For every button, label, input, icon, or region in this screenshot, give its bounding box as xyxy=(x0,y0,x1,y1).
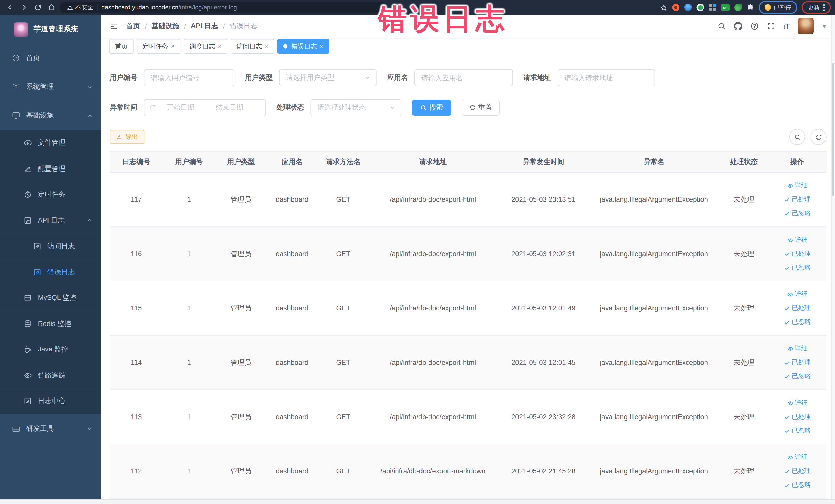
tab-访问日志[interactable]: 访问日志× xyxy=(230,39,274,54)
sidebar-item-api-log[interactable]: API 日志 xyxy=(0,207,101,234)
user-avatar[interactable] xyxy=(798,18,814,34)
breadcrumb-item[interactable]: 基础设施 xyxy=(151,22,179,31)
sidebar-item-java[interactable]: Java 监控 xyxy=(0,337,101,363)
user-id-input[interactable] xyxy=(144,69,235,86)
extension-icon[interactable] xyxy=(734,4,742,11)
detail-link[interactable]: 详细 xyxy=(787,452,808,462)
sidebar-item-mysql[interactable]: MySQL 监控 xyxy=(0,285,101,311)
cell-id: 114 xyxy=(109,358,163,366)
export-button[interactable]: 导出 xyxy=(109,130,144,144)
extensions-puzzle-icon[interactable] xyxy=(747,4,754,11)
ignored-link[interactable]: 已忽略 xyxy=(784,480,811,489)
refresh-button[interactable] xyxy=(811,129,827,145)
help-icon[interactable] xyxy=(751,22,759,31)
detail-link[interactable]: 详细 xyxy=(787,344,808,353)
cell-exception: java.lang.IllegalArgumentException xyxy=(590,467,718,475)
sidebar-item-config[interactable]: 配置管理 xyxy=(0,156,101,182)
bookmark-star-icon[interactable] xyxy=(660,4,667,11)
ignored-link[interactable]: 已忽略 xyxy=(784,426,811,435)
detail-link[interactable]: 详细 xyxy=(787,236,808,244)
close-icon[interactable]: × xyxy=(171,43,175,50)
extension-icon[interactable] xyxy=(684,4,692,11)
request-url-input[interactable] xyxy=(557,69,655,86)
tab-错误日志[interactable]: 错误日志× xyxy=(278,39,329,54)
tab-调度日志[interactable]: 调度日志× xyxy=(184,39,227,54)
horizontal-scrollbar[interactable] xyxy=(0,499,835,504)
update-button[interactable]: 更新 xyxy=(802,1,831,14)
close-icon[interactable]: × xyxy=(320,43,323,50)
extension-icon[interactable] xyxy=(672,4,679,11)
extension-icon[interactable] xyxy=(709,4,716,11)
close-icon[interactable]: × xyxy=(218,43,222,50)
search-button[interactable]: 搜索 xyxy=(412,100,451,116)
sidebar-item-redis[interactable]: Redis 监控 xyxy=(0,311,101,337)
cell-status: 未处理 xyxy=(718,412,770,422)
ignored-link[interactable]: 已忽略 xyxy=(784,263,811,272)
processed-link[interactable]: 已处理 xyxy=(784,358,811,367)
sidebar-item-log-center[interactable]: 日志中心 xyxy=(0,388,101,414)
processed-link[interactable]: 已处理 xyxy=(784,249,811,258)
detail-link[interactable]: 详细 xyxy=(787,399,808,407)
chevron-down-icon xyxy=(364,75,371,81)
sidebar-item-infra[interactable]: 基础设施 xyxy=(0,101,101,130)
doc-icon xyxy=(23,397,32,405)
home-button[interactable] xyxy=(48,4,56,11)
sidebar-item-home[interactable]: 首页 xyxy=(0,44,101,73)
processed-link[interactable]: 已处理 xyxy=(784,412,811,421)
sidebar-item-file[interactable]: 文件管理 xyxy=(0,130,101,156)
menu-fold-icon[interactable] xyxy=(109,22,118,31)
sidebar-item-error-log[interactable]: 错误日志 xyxy=(0,259,101,285)
date-range-picker[interactable]: 开始日期 - 结束日期 xyxy=(144,99,266,116)
github-icon[interactable] xyxy=(734,22,742,31)
sidebar-item-system[interactable]: 系统管理 xyxy=(0,73,101,101)
close-icon[interactable]: × xyxy=(265,43,268,50)
url-bar[interactable]: 不安全 dashboard.yudao.iocoder.cn/infra/log… xyxy=(60,2,386,13)
tab-定时任务[interactable]: 定时任务× xyxy=(137,39,180,54)
ignored-link[interactable]: 已忽略 xyxy=(784,317,811,326)
chevron-down-icon xyxy=(389,104,396,111)
reload-button[interactable] xyxy=(34,4,42,11)
scrollbar-thumb[interactable] xyxy=(832,63,834,196)
cell-user_id: 1 xyxy=(163,250,215,258)
caret-down-icon[interactable]: ▼ xyxy=(822,23,827,29)
table-header-row: 日志编号用户编号用户类型应用名请求方法名请求地址异常发生时间异常名处理状态操作 xyxy=(109,152,826,173)
tab-首页[interactable]: 首页 xyxy=(109,39,134,54)
sidebar-item-label: MySQL 监控 xyxy=(38,293,76,303)
cell-exception: java.lang.IllegalArgumentException xyxy=(590,304,718,312)
extension-icon[interactable] xyxy=(697,4,704,11)
sidebar-item-devtools[interactable]: 研发工具 xyxy=(0,414,101,443)
processed-link[interactable]: 已处理 xyxy=(784,466,811,476)
forward-button[interactable] xyxy=(20,4,28,11)
sidebar-item-access-log[interactable]: 访问日志 xyxy=(0,234,101,259)
breadcrumb-item[interactable]: 首页 xyxy=(126,22,140,31)
process-status-select[interactable]: 请选择处理状态 xyxy=(310,99,402,116)
back-button[interactable] xyxy=(6,4,14,11)
search-icon[interactable] xyxy=(717,22,726,31)
grid-icon xyxy=(23,294,32,302)
cell-user_type: 管理员 xyxy=(215,466,267,476)
paused-badge[interactable]: 已暂停 xyxy=(759,1,797,14)
app-name-input[interactable] xyxy=(414,69,513,86)
detail-link[interactable]: 详细 xyxy=(787,290,808,299)
breadcrumb-item[interactable]: API 日志 xyxy=(191,22,218,31)
reset-button[interactable]: 重置 xyxy=(462,100,500,116)
font-size-icon[interactable]: tT xyxy=(783,22,790,31)
extension-on-badge[interactable]: on xyxy=(721,4,730,11)
app-name-label: 应用名 xyxy=(387,73,408,82)
processed-link[interactable]: 已处理 xyxy=(784,304,811,313)
user-type-select[interactable]: 请选择用户类型 xyxy=(279,69,376,86)
processed-link[interactable]: 已处理 xyxy=(784,195,811,204)
monitor-icon xyxy=(12,112,20,120)
sidebar-item-job[interactable]: 定时任务 xyxy=(0,182,101,207)
sidebar-item-trace[interactable]: 链路追踪 xyxy=(0,363,101,388)
check-icon xyxy=(784,482,790,488)
vertical-scrollbar[interactable] xyxy=(831,15,835,500)
url-host: dashboard.yudao.iocoder.cn xyxy=(101,4,178,11)
fullscreen-icon[interactable] xyxy=(767,22,775,31)
ignored-link[interactable]: 已忽略 xyxy=(784,372,811,381)
kebab-menu-icon[interactable] xyxy=(823,4,825,11)
detail-link[interactable]: 详细 xyxy=(787,181,808,190)
toggle-search-button[interactable] xyxy=(789,129,805,145)
sidebar-logo[interactable]: 芋道管理系统 xyxy=(0,15,101,44)
ignored-link[interactable]: 已忽略 xyxy=(784,209,811,218)
